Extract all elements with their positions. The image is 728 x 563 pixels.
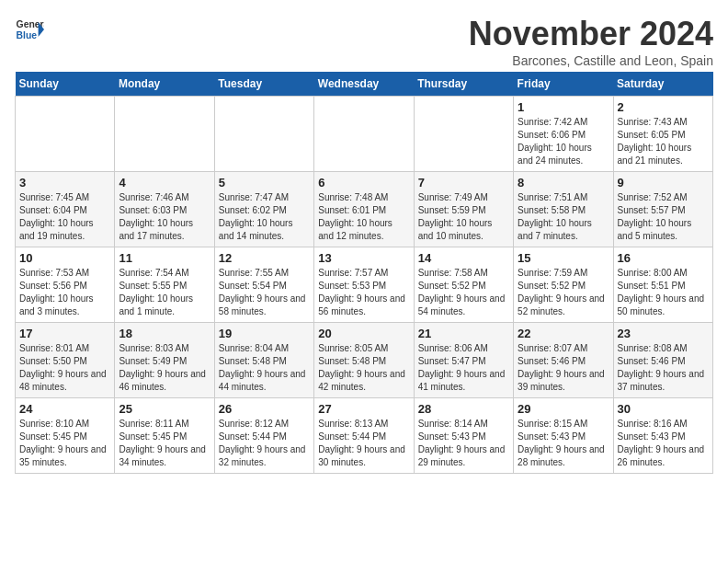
calendar-cell: 23Sunrise: 8:08 AM Sunset: 5:46 PM Dayli… [613,323,712,398]
calendar-cell: 29Sunrise: 8:15 AM Sunset: 5:43 PM Dayli… [514,398,613,474]
day-number: 26 [219,402,310,416]
day-info: Sunrise: 7:58 AM Sunset: 5:52 PM Dayligh… [418,267,509,318]
day-number: 13 [318,251,409,265]
day-number: 27 [318,402,409,416]
calendar-cell: 22Sunrise: 8:07 AM Sunset: 5:46 PM Dayli… [514,323,613,398]
weekday-header-saturday: Saturday [613,72,712,97]
calendar-cell: 13Sunrise: 7:57 AM Sunset: 5:53 PM Dayli… [314,247,414,323]
day-info: Sunrise: 8:12 AM Sunset: 5:44 PM Dayligh… [219,418,310,469]
day-number: 21 [418,327,509,340]
day-number: 3 [19,176,110,190]
calendar-cell: 16Sunrise: 8:00 AM Sunset: 5:51 PM Dayli… [613,247,712,323]
day-info: Sunrise: 8:15 AM Sunset: 5:43 PM Dayligh… [518,418,609,469]
weekday-header-friday: Friday [514,72,613,97]
calendar-cell: 3Sunrise: 7:45 AM Sunset: 6:04 PM Daylig… [16,172,115,247]
day-info: Sunrise: 8:03 AM Sunset: 5:49 PM Dayligh… [119,342,210,394]
day-number: 22 [518,327,609,340]
calendar-cell: 20Sunrise: 8:05 AM Sunset: 5:48 PM Dayli… [314,323,414,398]
day-info: Sunrise: 7:49 AM Sunset: 5:59 PM Dayligh… [418,191,509,243]
day-number: 20 [318,327,409,340]
weekday-header-tuesday: Tuesday [214,72,313,97]
calendar-cell: 15Sunrise: 7:59 AM Sunset: 5:52 PM Dayli… [514,247,613,323]
calendar-cell: 7Sunrise: 7:49 AM Sunset: 5:59 PM Daylig… [414,172,513,247]
calendar-cell: 5Sunrise: 7:47 AM Sunset: 6:02 PM Daylig… [214,172,313,247]
day-info: Sunrise: 8:14 AM Sunset: 5:43 PM Dayligh… [418,418,509,469]
day-info: Sunrise: 7:54 AM Sunset: 5:55 PM Dayligh… [119,267,210,318]
day-number: 5 [219,176,310,190]
weekday-header-monday: Monday [115,72,214,97]
logo: General Blue [15,15,44,44]
calendar-cell: 21Sunrise: 8:06 AM Sunset: 5:47 PM Dayli… [414,323,513,398]
calendar-cell [314,97,414,172]
day-number: 19 [219,327,310,340]
day-number: 25 [119,402,210,416]
day-info: Sunrise: 7:51 AM Sunset: 5:58 PM Dayligh… [518,191,609,243]
day-number: 6 [318,176,409,190]
calendar-cell: 17Sunrise: 8:01 AM Sunset: 5:50 PM Dayli… [16,323,115,398]
day-number: 17 [19,327,110,340]
day-number: 4 [119,176,210,190]
svg-text:Blue: Blue [17,30,38,40]
day-number: 29 [518,402,609,416]
calendar-cell: 30Sunrise: 8:16 AM Sunset: 5:43 PM Dayli… [613,398,712,474]
day-number: 14 [418,251,509,265]
day-info: Sunrise: 8:08 AM Sunset: 5:46 PM Dayligh… [618,342,709,394]
week-row-5: 24Sunrise: 8:10 AM Sunset: 5:45 PM Dayli… [16,398,713,474]
day-number: 16 [618,251,709,265]
day-info: Sunrise: 7:48 AM Sunset: 6:01 PM Dayligh… [318,191,409,243]
day-number: 8 [518,176,609,190]
logo-icon: General Blue [15,15,44,44]
title-section: November 2024 Barcones, Castille and Leo… [469,15,713,68]
calendar-cell: 25Sunrise: 8:11 AM Sunset: 5:45 PM Dayli… [115,398,214,474]
day-info: Sunrise: 7:45 AM Sunset: 6:04 PM Dayligh… [19,191,110,243]
day-number: 24 [19,402,110,416]
calendar-cell: 12Sunrise: 7:55 AM Sunset: 5:54 PM Dayli… [214,247,313,323]
calendar-cell: 1Sunrise: 7:42 AM Sunset: 6:06 PM Daylig… [514,97,613,172]
weekday-header-thursday: Thursday [414,72,513,97]
day-info: Sunrise: 8:07 AM Sunset: 5:46 PM Dayligh… [518,342,609,394]
calendar-cell: 10Sunrise: 7:53 AM Sunset: 5:56 PM Dayli… [16,247,115,323]
day-info: Sunrise: 7:55 AM Sunset: 5:54 PM Dayligh… [219,267,310,318]
week-row-4: 17Sunrise: 8:01 AM Sunset: 5:50 PM Dayli… [16,323,713,398]
calendar-cell: 11Sunrise: 7:54 AM Sunset: 5:55 PM Dayli… [115,247,214,323]
calendar-cell: 28Sunrise: 8:14 AM Sunset: 5:43 PM Dayli… [414,398,513,474]
day-info: Sunrise: 8:00 AM Sunset: 5:51 PM Dayligh… [618,267,709,318]
day-info: Sunrise: 8:10 AM Sunset: 5:45 PM Dayligh… [19,418,110,469]
day-info: Sunrise: 7:59 AM Sunset: 5:52 PM Dayligh… [518,267,609,318]
calendar-table: SundayMondayTuesdayWednesdayThursdayFrid… [15,72,713,474]
day-info: Sunrise: 8:04 AM Sunset: 5:48 PM Dayligh… [219,342,310,394]
day-info: Sunrise: 7:52 AM Sunset: 5:57 PM Dayligh… [618,191,709,243]
day-number: 28 [418,402,509,416]
day-number: 9 [618,176,709,190]
calendar-cell: 14Sunrise: 7:58 AM Sunset: 5:52 PM Dayli… [414,247,513,323]
calendar-cell: 8Sunrise: 7:51 AM Sunset: 5:58 PM Daylig… [514,172,613,247]
day-number: 30 [618,402,709,416]
day-number: 2 [618,100,709,114]
calendar-cell: 24Sunrise: 8:10 AM Sunset: 5:45 PM Dayli… [16,398,115,474]
calendar-cell: 2Sunrise: 7:43 AM Sunset: 6:05 PM Daylig… [613,97,712,172]
calendar-cell: 27Sunrise: 8:13 AM Sunset: 5:44 PM Dayli… [314,398,414,474]
calendar-cell: 9Sunrise: 7:52 AM Sunset: 5:57 PM Daylig… [613,172,712,247]
weekday-header-sunday: Sunday [16,72,115,97]
calendar-cell: 6Sunrise: 7:48 AM Sunset: 6:01 PM Daylig… [314,172,414,247]
calendar-cell [16,97,115,172]
day-number: 10 [19,251,110,265]
day-number: 18 [119,327,210,340]
calendar-cell: 26Sunrise: 8:12 AM Sunset: 5:44 PM Dayli… [214,398,313,474]
day-number: 15 [518,251,609,265]
page-header: General Blue November 2024 Barcones, Cas… [15,15,713,68]
day-info: Sunrise: 7:53 AM Sunset: 5:56 PM Dayligh… [19,267,110,318]
day-number: 11 [119,251,210,265]
day-info: Sunrise: 7:43 AM Sunset: 6:05 PM Dayligh… [618,116,709,167]
day-info: Sunrise: 7:47 AM Sunset: 6:02 PM Dayligh… [219,191,310,243]
week-row-1: 1Sunrise: 7:42 AM Sunset: 6:06 PM Daylig… [16,97,713,172]
day-number: 1 [518,100,609,114]
month-title: November 2024 [469,15,713,53]
calendar-cell: 4Sunrise: 7:46 AM Sunset: 6:03 PM Daylig… [115,172,214,247]
calendar-cell: 19Sunrise: 8:04 AM Sunset: 5:48 PM Dayli… [214,323,313,398]
calendar-cell [214,97,313,172]
calendar-cell [115,97,214,172]
day-info: Sunrise: 8:13 AM Sunset: 5:44 PM Dayligh… [318,418,409,469]
week-row-3: 10Sunrise: 7:53 AM Sunset: 5:56 PM Dayli… [16,247,713,323]
day-number: 23 [618,327,709,340]
